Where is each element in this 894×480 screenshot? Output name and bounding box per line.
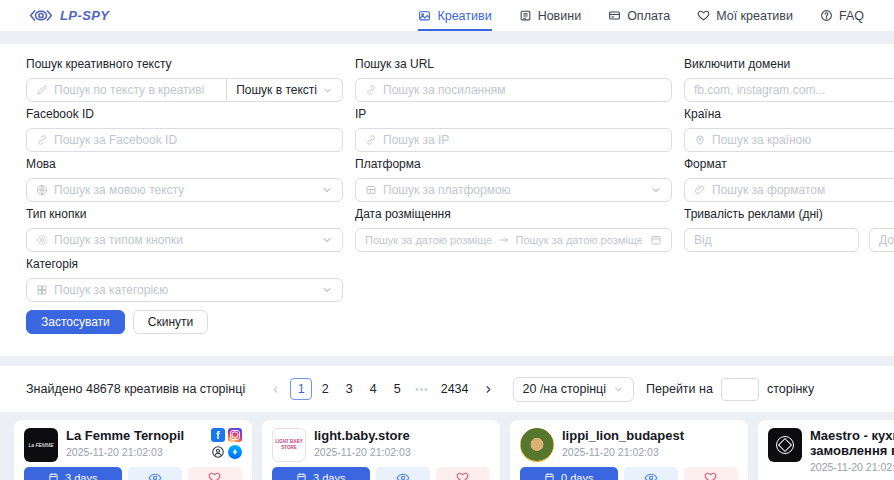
instagram-icon (228, 428, 242, 442)
creative-card[interactable]: Maestro - кухні, ме замовлення в Ужго 20… (758, 420, 894, 480)
creative-card[interactable]: LIGHT BABY STORE light.baby.store 2025-1… (262, 420, 500, 480)
field-label: Тривалість реклами (дні) (684, 207, 894, 221)
logo[interactable]: LP-SPY (28, 7, 109, 24)
logo-text: LP-SPY (60, 8, 109, 23)
nav-item-creatives[interactable]: Креативи (418, 0, 491, 31)
url-input[interactable] (383, 79, 662, 101)
prev-page-icon[interactable] (270, 384, 281, 395)
reset-button[interactable]: Скинути (133, 310, 208, 334)
category-input[interactable] (54, 279, 315, 301)
language-input[interactable] (54, 179, 315, 201)
view-button[interactable] (376, 467, 430, 480)
language-select[interactable] (26, 178, 343, 202)
page-button-3[interactable]: 3 (338, 378, 360, 400)
view-button[interactable] (624, 467, 678, 480)
field-label: Пошук за URL (355, 57, 672, 71)
format-input[interactable] (712, 179, 894, 201)
date-from-input[interactable] (365, 229, 492, 251)
next-page-icon[interactable] (483, 384, 494, 395)
field-language: Мова (26, 157, 343, 202)
page-button-1[interactable]: 1 (290, 378, 312, 400)
card-title: Maestro - кухні, ме (810, 428, 894, 443)
creative-text-input[interactable] (54, 79, 217, 101)
page-ellipsis[interactable]: ••• (410, 378, 434, 400)
platform-input[interactable] (383, 179, 644, 201)
ip-input[interactable] (383, 129, 662, 151)
gear-icon (36, 234, 48, 246)
chevron-down-icon (613, 384, 624, 395)
avatar (768, 428, 802, 462)
heart-icon (456, 471, 469, 480)
page-button-4[interactable]: 4 (362, 378, 384, 400)
duration-to-input[interactable] (879, 229, 894, 251)
favorite-button[interactable] (436, 467, 490, 480)
page-size-value: 20 /на сторінці (523, 382, 607, 396)
link-icon (36, 134, 48, 146)
date-range-picker[interactable] (355, 228, 672, 252)
field-label: Формат (684, 157, 894, 171)
platform-icon (365, 184, 377, 196)
calendar-icon (544, 472, 555, 480)
days-active-button[interactable]: 0 days (520, 467, 618, 480)
field-exclude-domains: Виключити домени (684, 57, 894, 102)
date-to-input[interactable] (516, 229, 643, 251)
field-label: Платформа (355, 157, 672, 171)
page-button-2[interactable]: 2 (314, 378, 336, 400)
facebook-icon (211, 428, 225, 442)
exclude-domains-input[interactable] (694, 79, 894, 101)
field-label: Країна (684, 107, 894, 121)
country-input[interactable] (712, 129, 894, 151)
chevron-down-icon (650, 184, 662, 196)
nav-label: Оплата (627, 9, 670, 23)
card-title: lippi_lion_budapest (562, 428, 684, 443)
jump-page-input[interactable] (721, 378, 759, 401)
nav-item-news[interactable]: Новини (519, 0, 582, 31)
facebook-id-input[interactable] (54, 129, 333, 151)
card-title: light.baby.store (314, 428, 411, 443)
pagination-bar: Знайдено 48678 креативів на сторінці 1 2… (0, 366, 894, 412)
main-nav: Креативи Новини Оплата Мої креативи FAQ (418, 0, 864, 31)
field-label: Пошук креативного тексту (26, 57, 343, 71)
paperclip-icon (694, 184, 706, 196)
button-type-input[interactable] (54, 229, 315, 251)
field-label: Мова (26, 157, 343, 171)
field-facebook-id: Facebook ID (26, 107, 343, 152)
nav-item-faq[interactable]: FAQ (820, 0, 864, 31)
field-creative-text: Пошук креативного тексту Пошук в тексті (26, 57, 343, 102)
text-search-mode-select[interactable]: Пошук в тексті (227, 78, 343, 102)
favorite-button[interactable] (684, 467, 738, 480)
card-title-line2: замовлення в Ужго (810, 443, 894, 458)
nav-item-my-creatives[interactable]: Мої креативи (697, 0, 793, 31)
page-button-last[interactable]: 2434 (436, 378, 474, 400)
view-button[interactable] (128, 467, 182, 480)
field-label: Дата розміщення (355, 207, 672, 221)
eye-icon (396, 471, 410, 480)
text-search-mode-value: Пошук в тексті (236, 83, 317, 97)
days-active-button[interactable]: 3 days (24, 467, 122, 480)
card-title: La Femme Ternopil (66, 428, 184, 443)
chevron-down-icon (322, 85, 333, 96)
heart-icon (208, 471, 221, 480)
days-active-button[interactable]: 3 days (272, 467, 370, 480)
app-header: LP-SPY Креативи Новини Оплата Мої креати… (0, 0, 894, 31)
filter-panel: Пошук креативного тексту Пошук в тексті … (0, 44, 894, 356)
page-size-select[interactable]: 20 /на сторінці (513, 377, 635, 402)
apply-button[interactable]: Застосувати (26, 310, 125, 334)
field-duration: Тривалість реклами (дні) (684, 207, 894, 252)
favorite-button[interactable] (188, 467, 242, 480)
creatives-grid: La FEMME La Femme Ternopil 2025-11-20 21… (0, 420, 894, 480)
card-date: 2025-11-20 21:02:03 (810, 461, 894, 473)
button-type-select[interactable] (26, 228, 343, 252)
card-date: 2025-11-20 21:02:03 (66, 446, 184, 458)
creative-card[interactable]: La FEMME La Femme Ternopil 2025-11-20 21… (14, 420, 252, 480)
duration-from-input[interactable] (694, 229, 849, 251)
page-button-5[interactable]: 5 (386, 378, 408, 400)
nav-label: FAQ (839, 9, 864, 23)
audience-network-icon (211, 445, 225, 459)
link-icon (365, 134, 377, 146)
category-select[interactable] (26, 278, 343, 302)
creative-card[interactable]: lippi_lion_budapest 2025-11-20 21:02:03 … (510, 420, 748, 480)
avatar: La FEMME (24, 428, 58, 462)
platform-select[interactable] (355, 178, 672, 202)
nav-item-payment[interactable]: Оплата (608, 0, 670, 31)
